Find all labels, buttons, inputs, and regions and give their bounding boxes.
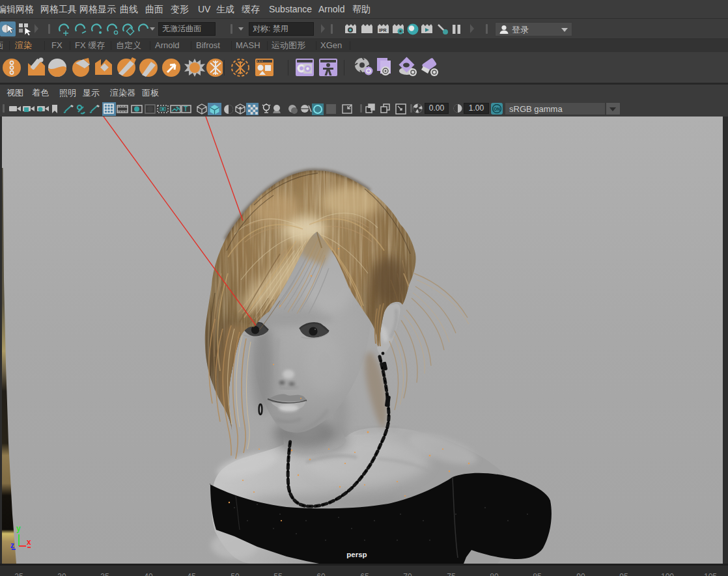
svg-text:y: y (16, 524, 21, 533)
svg-text:x: x (27, 538, 31, 547)
svg-text:T: T (184, 105, 188, 113)
svg-text:IPR: IPR (379, 28, 387, 33)
svg-text:ON: ON (494, 107, 500, 111)
svg-text:z: z (10, 541, 14, 550)
svg-text:persp: persp (346, 551, 367, 558)
